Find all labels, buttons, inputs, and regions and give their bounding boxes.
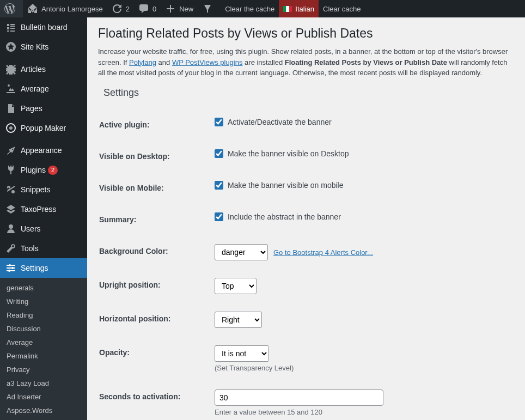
sidebar-item-pages[interactable]: Pages (0, 99, 87, 118)
sidebar-item-snippets[interactable]: Snippets (0, 180, 87, 199)
checkbox-visible-mobile[interactable] (215, 181, 223, 190)
select-upright[interactable]: Top (215, 278, 257, 294)
label-horizontal: Horizontal position: (99, 303, 208, 336)
sidebar-item-label: Snippets (21, 185, 50, 194)
clear-cache-1[interactable]: Clear the cache (221, 0, 279, 17)
sidebar-item-label: Bulletin board (21, 23, 68, 32)
submenu-privacy[interactable]: Privacy (0, 363, 87, 376)
polylang-link[interactable]: Polylang (129, 58, 156, 66)
sidebar-item-users[interactable]: Users (0, 219, 87, 239)
comments-count: 0 (152, 5, 156, 13)
label-opacity: Opacity: (99, 337, 208, 380)
submenu-permalink[interactable]: Permalink (0, 349, 87, 363)
italian-flag-icon (283, 6, 292, 12)
svg-point-10 (8, 270, 10, 272)
refresh-button[interactable]: 2 (107, 0, 134, 17)
settings-heading: Settings (103, 87, 514, 99)
settings-submenu: generals Writing Reading Discussion Aver… (0, 278, 87, 420)
input-seconds-activation[interactable] (215, 389, 383, 406)
sidebar-item-settings[interactable]: Settings (0, 258, 87, 278)
svg-rect-7 (10, 270, 15, 271)
language-italian[interactable]: Italian (279, 0, 319, 17)
sidebar-item-bulletin[interactable]: Bulletin board (0, 17, 87, 37)
hint-seconds-activation: Enter a value between 15 and 120 (215, 408, 508, 416)
yoast-icon[interactable] (198, 0, 221, 17)
label-bg-color: Background Color: (99, 236, 208, 269)
sidebar-item-label: Appearance (21, 146, 62, 155)
checkbox-summary[interactable] (215, 212, 223, 221)
select-opacity[interactable]: It is not (215, 345, 269, 362)
sidebar-item-average[interactable]: Average (0, 79, 87, 99)
svg-point-1 (9, 126, 13, 130)
label-visible-mobile: Visible on Mobile: (99, 173, 208, 203)
sidebar-item-appearance[interactable]: Appearance (0, 141, 87, 160)
bootstrap-colors-link[interactable]: Go to Bootstrap 4 Alerts Color... (273, 248, 373, 257)
sidebar-item-articles[interactable]: Articles (0, 59, 87, 79)
sidebar-item-sitekits[interactable]: Site Kits (0, 37, 87, 57)
page-description: Increase your website traffic, for free,… (98, 46, 514, 78)
new-label: New (179, 5, 193, 13)
plugins-badge: 2 (48, 166, 58, 175)
submenu-reading[interactable]: Reading (0, 308, 87, 322)
checkbox-active-plugin[interactable] (215, 118, 223, 126)
sidebar-item-label: Users (21, 224, 41, 233)
submenu-a3lazy[interactable]: a3 Lazy Load (0, 376, 87, 390)
select-bg-color[interactable]: danger (215, 244, 268, 260)
label-upright: Upright position: (99, 270, 208, 302)
sidebar-item-label: TaxoPress (21, 205, 56, 214)
sidebar-item-label: Popup Maker (21, 124, 66, 132)
sidebar-item-taxopress[interactable]: TaxoPress (0, 199, 87, 219)
submenu-discussion[interactable]: Discussion (0, 322, 87, 336)
submenu-writing[interactable]: Writing (0, 295, 87, 308)
refresh-count: 2 (126, 5, 130, 13)
page-title: Floating Related Posts by Views or Publi… (98, 23, 514, 41)
comments-link[interactable]: 0 (134, 0, 161, 17)
main-content: Floating Related Posts by Views or Publi… (87, 17, 525, 420)
submenu-adinserter[interactable]: Ad Inserter (0, 390, 87, 404)
label-visible-desktop: Visible on Desktop: (99, 141, 208, 172)
sidebar-item-label: Average (21, 84, 49, 93)
sidebar-item-tools[interactable]: Tools (0, 239, 87, 258)
svg-rect-3 (10, 265, 15, 266)
checkbox-visible-desktop[interactable] (215, 149, 223, 158)
admin-sidebar: Bulletin board Site Kits Articles Averag… (0, 17, 87, 420)
svg-point-8 (9, 264, 11, 266)
hint-opacity: (Set Transparency Level) (215, 364, 508, 372)
label-active-plugin: Active plugin: (99, 109, 208, 140)
submenu-average[interactable]: Average (0, 336, 87, 349)
sidebar-item-label: Settings (21, 264, 48, 272)
submenu-aspose[interactable]: Aspose.Words (0, 404, 87, 417)
sidebar-item-label: Plugins (21, 166, 46, 174)
sidebar-item-label: Tools (21, 244, 39, 253)
site-name-link[interactable]: Antonio Lamorgese (23, 0, 107, 17)
sidebar-item-plugins[interactable]: Plugins2 (0, 160, 87, 180)
label-summary: Summary: (99, 204, 208, 235)
sidebar-item-label: Site Kits (21, 42, 48, 51)
admin-toolbar: Antonio Lamorgese 2 0 New Clear the cach… (0, 0, 525, 17)
label-seconds-activation: Seconds to activation: (99, 381, 208, 421)
sidebar-item-label: Pages (21, 104, 42, 113)
select-horizontal[interactable]: Right (215, 312, 262, 328)
wp-postviews-link[interactable]: WP PostViews plugins (172, 58, 243, 66)
new-button[interactable]: New (161, 0, 198, 17)
svg-rect-4 (7, 267, 12, 269)
site-name: Antonio Lamorgese (41, 5, 103, 13)
submenu-duplicate[interactable]: Duplicate Posts (0, 417, 87, 420)
clear-cache-2[interactable]: Clear cache (319, 0, 365, 17)
svg-point-9 (11, 267, 14, 269)
sidebar-item-popup[interactable]: Popup Maker (0, 118, 87, 138)
wp-logo[interactable] (0, 0, 23, 17)
submenu-generals[interactable]: generals (0, 281, 87, 295)
sidebar-item-label: Articles (21, 65, 46, 74)
